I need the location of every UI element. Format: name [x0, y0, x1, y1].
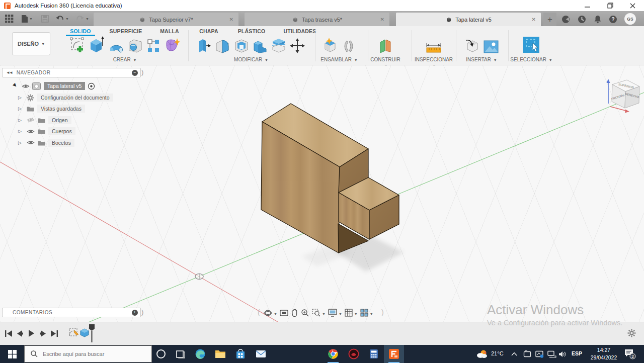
navigator-item-vistas[interactable]: ▷ Vistas guardadas	[18, 104, 85, 114]
toolbar-flyout-right[interactable]: )	[381, 308, 384, 316]
navigator-root-row[interactable]: ▶ Tapa lateral v5	[13, 81, 95, 91]
display-settings-icon[interactable]	[328, 309, 337, 319]
collapsed-caret-icon[interactable]: ▷	[18, 129, 24, 134]
workspace-selector[interactable]: DISEÑO ▼	[12, 32, 50, 55]
save-button[interactable]	[41, 13, 49, 24]
comments-panel-header[interactable]: COMENTARIOS +	[2, 308, 141, 317]
visibility-hidden-eye-icon[interactable]	[27, 117, 35, 123]
split-body-icon[interactable]	[271, 37, 286, 55]
minimize-button[interactable]	[576, 0, 599, 11]
collapsed-caret-icon[interactable]: ▷	[18, 140, 24, 145]
ribbon-tab-chapa[interactable]: CHAPA	[199, 28, 218, 34]
navigator-item-configuracion[interactable]: ▷ Configuración del documento	[18, 93, 113, 103]
data-panel-toggle[interactable]	[5, 13, 14, 24]
insert-derive-icon[interactable]	[465, 38, 480, 55]
collapsed-caret-icon[interactable]: ▷	[18, 118, 24, 123]
tab-tapa-superior[interactable]: Tapa Superior v7* ✕	[94, 13, 238, 26]
task-view-icon[interactable]	[170, 345, 190, 363]
seleccionar-dropdown[interactable]: SELECCIONAR ▼	[509, 57, 553, 62]
look-at-icon[interactable]	[280, 309, 288, 319]
timeline-extrude-feature[interactable]	[79, 327, 89, 337]
screen-cast-icon[interactable]	[535, 345, 544, 363]
expanded-caret-icon[interactable]: ▶	[12, 82, 20, 90]
clock[interactable]: 14:27 29/04/2022	[588, 346, 620, 361]
visibility-eye-icon[interactable]	[22, 83, 30, 89]
user-avatar[interactable]: GS	[624, 13, 636, 25]
zoom-window-icon[interactable]	[312, 309, 320, 319]
timeline-settings-gear-icon[interactable]	[627, 329, 636, 337]
pan-icon[interactable]	[291, 309, 298, 319]
redo-button[interactable]: ▼	[75, 13, 89, 24]
navigator-item-origen[interactable]: ▷ Origen	[18, 115, 71, 125]
dropdown-caret-icon[interactable]: ▼	[274, 312, 277, 316]
timeline-go-to-end-button[interactable]	[49, 328, 59, 338]
navigator-panel-header[interactable]: ◄◄ NAVEGADOR −	[2, 68, 141, 77]
language-indicator[interactable]: ESP	[572, 350, 582, 356]
close-button[interactable]	[621, 0, 644, 11]
close-tab-icon[interactable]: ✕	[532, 17, 536, 22]
crear-dropdown[interactable]: CREAR ▼	[63, 57, 186, 62]
temperature-label[interactable]: 21°C	[491, 350, 504, 356]
new-component-icon[interactable]	[323, 37, 338, 55]
collapse-panel-icon[interactable]: ◄◄	[6, 70, 12, 75]
activate-component-radio[interactable]	[88, 82, 95, 90]
timeline-sketch-feature[interactable]	[68, 327, 78, 337]
modificar-dropdown[interactable]: MODIFICAR ▼	[190, 57, 312, 62]
visibility-eye-icon[interactable]	[27, 129, 35, 134]
fusion-360-taskbar-icon[interactable]	[384, 345, 404, 363]
timeline-step-forward-button[interactable]	[38, 328, 48, 338]
viewport-canvas[interactable]: SUPERIOR FRONTAL DERECHA ◄◄ NAVEGADOR − …	[0, 65, 644, 322]
calculator-icon[interactable]	[364, 345, 384, 363]
red-app-icon[interactable]	[344, 345, 364, 363]
dropdown-caret-icon[interactable]: ▼	[339, 312, 342, 316]
form-icon[interactable]	[164, 37, 180, 55]
edge-icon[interactable]	[190, 345, 210, 363]
zoom-icon[interactable]	[301, 309, 309, 319]
ensamblar-dropdown[interactable]: ENSAMBLAR ▼	[317, 57, 361, 62]
press-pull-icon[interactable]	[198, 37, 211, 55]
timeline-go-to-start-button[interactable]	[3, 328, 13, 338]
insertar-dropdown[interactable]: INSERTAR ▼	[459, 57, 504, 62]
create-sketch-icon[interactable]	[70, 37, 85, 55]
dropdown-caret-icon[interactable]: ▼	[322, 312, 326, 316]
tab-tapa-trasera[interactable]: Tapa trasera v5* ✕	[245, 13, 389, 26]
restore-button[interactable]	[599, 0, 621, 11]
help-icon[interactable]: ?	[607, 14, 618, 25]
revolve-icon[interactable]	[108, 40, 124, 55]
close-tab-icon[interactable]: ✕	[229, 17, 233, 22]
view-cube[interactable]: SUPERIOR FRONTAL DERECHA	[596, 71, 644, 114]
ribbon-tab-utilidades[interactable]: UTILIDADES	[284, 28, 316, 34]
shell-icon[interactable]	[234, 38, 249, 55]
new-tab-button[interactable]: +	[543, 13, 556, 26]
tab-tapa-lateral-active[interactable]: Tapa lateral v5 ✕	[396, 13, 541, 26]
extrude-icon[interactable]	[89, 36, 105, 55]
network-icon[interactable]	[547, 345, 556, 363]
volume-icon[interactable]	[558, 345, 567, 363]
viewports-icon[interactable]	[360, 309, 368, 319]
panel-drag-handle[interactable]: )	[141, 308, 143, 316]
fillet-icon[interactable]	[214, 38, 230, 55]
combine-icon[interactable]	[253, 38, 268, 55]
ribbon-tab-solido[interactable]: SOLIDO	[70, 28, 91, 34]
dropdown-caret-icon[interactable]: ▼	[370, 312, 373, 316]
timeline-play-button[interactable]	[26, 328, 36, 338]
hide-panel-button[interactable]: −	[132, 70, 138, 76]
canvas-image-icon[interactable]	[484, 40, 499, 55]
measure-icon[interactable]	[425, 40, 442, 55]
dropdown-caret-icon[interactable]: ▼	[354, 312, 358, 316]
joint-icon[interactable]	[342, 39, 356, 55]
job-status-icon[interactable]	[576, 14, 587, 25]
start-button[interactable]	[2, 345, 22, 363]
taskbar-search[interactable]	[24, 345, 152, 362]
hole-icon[interactable]	[128, 38, 143, 55]
undo-button[interactable]: ▼	[55, 13, 69, 24]
add-comment-button[interactable]: +	[132, 310, 138, 316]
move-icon[interactable]	[290, 38, 305, 55]
origin-marker[interactable]	[195, 274, 203, 280]
weather-icon[interactable]	[476, 345, 488, 363]
close-tab-icon[interactable]: ✕	[380, 17, 384, 22]
select-icon[interactable]	[523, 36, 540, 55]
notifications-bell-icon[interactable]	[592, 14, 603, 25]
timeline-position-marker[interactable]	[88, 324, 96, 342]
tablet-mode-icon[interactable]	[523, 345, 531, 363]
